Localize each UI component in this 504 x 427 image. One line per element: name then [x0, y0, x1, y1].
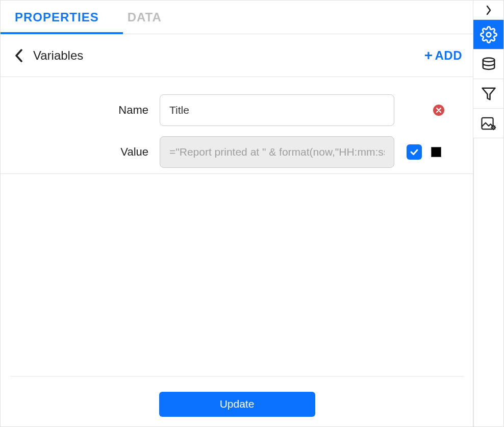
add-label: ADD: [435, 48, 463, 63]
section-header: Variables + ADD: [1, 34, 473, 77]
plus-icon: +: [424, 48, 433, 63]
main-panel: PROPERTIES DATA Variables + ADD Name: [1, 1, 474, 427]
value-expression-checkbox[interactable]: [407, 144, 422, 160]
tabs-bar: PROPERTIES DATA: [1, 1, 473, 34]
footer: Update: [1, 376, 473, 427]
tab-properties[interactable]: PROPERTIES: [1, 1, 113, 34]
sidebar-item-settings[interactable]: [473, 20, 503, 49]
form-area: Name Value: [1, 77, 473, 174]
check-icon: [410, 147, 419, 157]
footer-divider: [10, 376, 464, 376]
database-icon: [481, 56, 496, 72]
value-label: Value: [1, 145, 160, 159]
sidebar-item-filter[interactable]: [473, 79, 503, 109]
sidebar-item-image-settings[interactable]: [473, 109, 503, 138]
form-row-name: Name: [1, 89, 473, 131]
section-title: Variables: [33, 48, 83, 63]
add-button[interactable]: + ADD: [424, 48, 462, 63]
sidebar-item-database[interactable]: [473, 49, 503, 79]
chevron-left-icon: [15, 49, 23, 62]
back-button[interactable]: [12, 48, 26, 63]
close-icon: [436, 108, 441, 113]
update-button[interactable]: Update: [159, 392, 315, 417]
value-input[interactable]: [160, 136, 394, 168]
color-swatch[interactable]: [431, 147, 441, 157]
delete-button[interactable]: [433, 105, 444, 116]
chevron-right-icon: [486, 5, 492, 15]
name-label: Name: [1, 104, 160, 117]
right-sidebar: [473, 1, 503, 427]
image-settings-icon: [481, 116, 497, 131]
expand-panel-button[interactable]: [473, 1, 503, 20]
name-input[interactable]: [160, 94, 394, 126]
filter-icon: [481, 86, 496, 102]
svg-point-0: [486, 32, 491, 37]
form-row-value: Value: [1, 131, 473, 173]
gear-icon: [480, 26, 497, 43]
tab-data[interactable]: DATA: [113, 1, 176, 34]
svg-point-5: [493, 127, 494, 128]
svg-point-1: [483, 58, 494, 62]
svg-marker-2: [482, 88, 495, 99]
